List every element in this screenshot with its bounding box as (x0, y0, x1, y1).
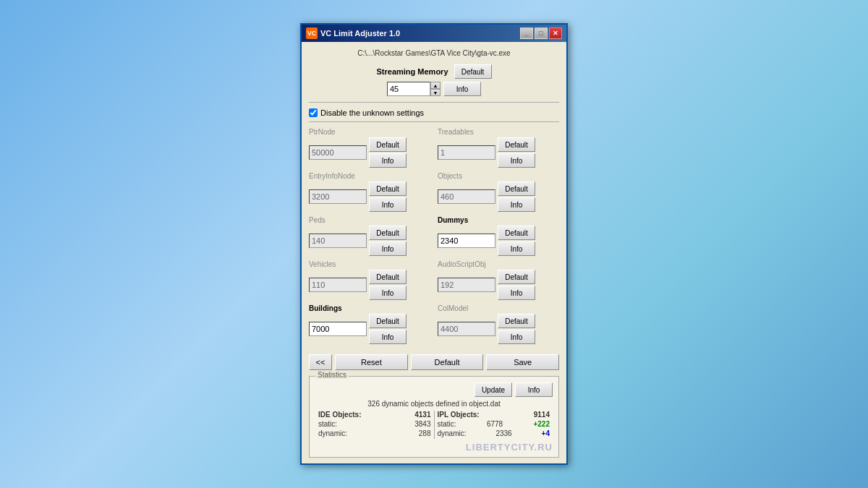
peds-info-button[interactable]: Info (369, 241, 407, 256)
spin-up-button[interactable]: ▲ (430, 82, 441, 89)
content-area: C:\...\Rockstar Games\GTA Vice City\gta-… (302, 42, 566, 463)
objects-default-button[interactable]: Default (498, 181, 535, 196)
col-model-label: ColModel (438, 304, 559, 312)
ide-objects-row: IDE Objects: 4131 (318, 411, 431, 419)
spin-down-button[interactable]: ▼ (430, 89, 441, 96)
ipl-dynamic-row: dynamic: 2336 +4 (438, 429, 550, 437)
main-window: VC VC Limit Adjuster 1.0 _ □ ✕ C:\...\Ro… (300, 23, 568, 465)
disable-unknown-checkbox[interactable] (309, 108, 318, 117)
ipl-objects-row: IPL Objects: 9114 (438, 411, 550, 419)
col-model-input[interactable] (438, 322, 495, 336)
entry-info-node-buttons: Default Info (369, 181, 407, 212)
peds-label: Peds (309, 216, 430, 224)
col-model-info-button[interactable]: Info (498, 330, 535, 344)
objects-input[interactable] (438, 189, 495, 204)
ipl-static-label: static: (438, 420, 456, 428)
peds-input[interactable] (309, 234, 367, 248)
treadables-info-button[interactable]: Info (498, 153, 535, 168)
default-button[interactable]: Default (411, 354, 484, 370)
ide-static-value: 3843 (414, 420, 430, 428)
streaming-label-row: Streaming Memory Default (376, 64, 491, 79)
dummys-info-button[interactable]: Info (498, 241, 535, 256)
ide-dynamic-value: 288 (419, 429, 431, 437)
ptr-node-input[interactable] (309, 145, 367, 160)
buildings-default-button[interactable]: Default (369, 314, 407, 328)
vehicles-info-button[interactable]: Info (369, 286, 407, 300)
entry-info-node-info-button[interactable]: Info (369, 197, 407, 212)
ipl-objects-label: IPL Objects: (438, 411, 480, 419)
buildings-info-button[interactable]: Info (369, 330, 407, 344)
audio-script-obj-input[interactable] (438, 278, 495, 292)
ide-objects-label: IDE Objects: (318, 411, 361, 419)
streaming-default-button[interactable]: Default (454, 64, 492, 79)
vehicles-buttons: Default Info (369, 270, 407, 300)
ide-static-row: static: 3843 (318, 420, 431, 428)
vehicles-label: Vehicles (309, 260, 430, 268)
field-buildings: Buildings Default Info (309, 304, 430, 344)
fields-grid: PtrNode Default Info Treadables Default (309, 128, 559, 348)
dummys-input[interactable] (438, 234, 495, 248)
field-entry-info-node: EntryInfoNode Default Info (309, 172, 430, 212)
ipl-objects-value: 9114 (534, 411, 550, 419)
disable-unknown-label: Disable the unknown settings (320, 108, 424, 117)
dummys-default-button[interactable]: Default (498, 226, 535, 240)
entry-info-node-input[interactable] (309, 189, 367, 204)
objects-row: Default Info (438, 181, 559, 212)
audio-script-obj-row: Default Info (438, 270, 559, 300)
save-button[interactable]: Save (486, 354, 559, 370)
statistics-section: Statistics Update Info 326 dynamic objec… (309, 376, 559, 458)
vehicles-default-button[interactable]: Default (369, 270, 407, 284)
ide-static-label: static: (318, 420, 337, 428)
col-model-default-button[interactable]: Default (498, 314, 535, 328)
ptr-node-buttons: Default Info (369, 137, 407, 168)
title-bar: VC VC Limit Adjuster 1.0 _ □ ✕ (302, 25, 566, 42)
statistics-info-button[interactable]: Info (515, 382, 553, 397)
streaming-controls: ▲ ▼ Info (387, 82, 481, 96)
back-button[interactable]: << (309, 354, 332, 370)
window-title: VC Limit Adjuster 1.0 (320, 29, 400, 38)
spin-buttons: ▲ ▼ (430, 82, 441, 96)
col-model-row: Default Info (438, 314, 559, 344)
bottom-buttons: << Reset Default Save (309, 354, 559, 370)
vehicles-input[interactable] (309, 278, 367, 292)
ipl-static-extra: +222 (533, 420, 550, 428)
ide-dynamic-label: dynamic: (318, 429, 347, 437)
ipl-static-value: 6778 (487, 420, 503, 428)
streaming-info-button[interactable]: Info (443, 82, 481, 96)
ide-objects-value: 4131 (414, 411, 430, 419)
audio-script-obj-label: AudioScriptObj (438, 260, 559, 268)
statistics-update-button[interactable]: Update (475, 382, 512, 397)
audio-script-obj-info-button[interactable]: Info (498, 286, 535, 300)
entry-info-node-default-button[interactable]: Default (369, 181, 407, 196)
restore-button[interactable]: □ (535, 27, 548, 39)
field-audio-script-obj: AudioScriptObj Default Info (438, 260, 559, 300)
buildings-row: Default Info (309, 314, 430, 344)
minimize-button[interactable]: _ (520, 27, 533, 39)
dummys-row: Default Info (438, 226, 559, 256)
ipl-static-row: static: 6778 +222 (438, 420, 550, 428)
treadables-label: Treadables (438, 128, 559, 136)
ptr-node-label: PtrNode (309, 128, 430, 136)
streaming-spinbox: ▲ ▼ (387, 82, 441, 96)
objects-info-button[interactable]: Info (498, 197, 535, 212)
ptr-node-default-button[interactable]: Default (369, 137, 407, 152)
treadables-default-button[interactable]: Default (498, 137, 535, 152)
title-bar-left: VC VC Limit Adjuster 1.0 (306, 27, 400, 39)
treadables-input[interactable] (438, 145, 495, 160)
statistics-label: Statistics (315, 371, 349, 379)
ptr-node-info-button[interactable]: Info (369, 153, 407, 168)
field-peds: Peds Default Info (309, 216, 430, 256)
buildings-input[interactable] (309, 322, 367, 336)
close-button[interactable]: ✕ (549, 27, 562, 39)
ipl-dynamic-extra: +4 (542, 429, 550, 437)
field-vehicles: Vehicles Default Info (309, 260, 430, 300)
objects-label: Objects (438, 172, 559, 180)
peds-default-button[interactable]: Default (369, 226, 407, 240)
objects-buttons: Default Info (498, 181, 535, 212)
reset-button[interactable]: Reset (335, 354, 408, 370)
streaming-value-input[interactable] (387, 82, 430, 96)
field-treadables: Treadables Default Info (438, 128, 559, 168)
field-objects: Objects Default Info (438, 172, 559, 212)
audio-script-obj-default-button[interactable]: Default (498, 270, 535, 284)
entry-info-node-label: EntryInfoNode (309, 172, 430, 180)
